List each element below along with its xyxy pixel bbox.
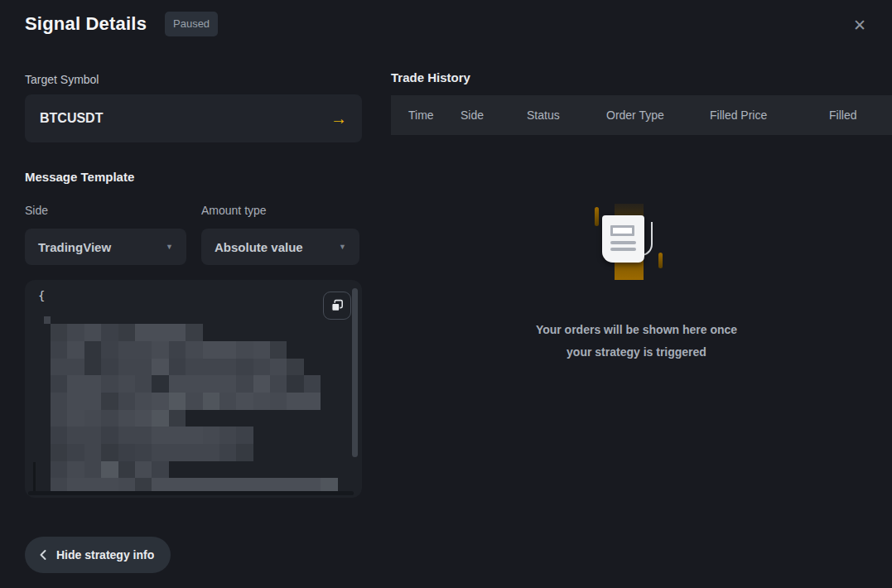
- close-button[interactable]: ✕: [845, 10, 875, 40]
- empty-state-text-line2: your strategy is triggered: [391, 345, 882, 359]
- chevron-down-icon: ▼: [166, 243, 173, 251]
- target-symbol-label: Target Symbol: [25, 73, 99, 86]
- empty-state-text-line1: Your orders will be shown here once: [391, 323, 882, 336]
- code-scrollbar-thumb[interactable]: [352, 288, 358, 457]
- status-badge: Paused: [165, 12, 218, 36]
- close-icon: ✕: [853, 16, 866, 35]
- side-dropdown-value: TradingView: [38, 240, 111, 254]
- code-open-brace: {: [38, 289, 45, 302]
- redacted-row: [51, 461, 169, 479]
- target-symbol-field[interactable]: BTCUSDT →: [25, 94, 362, 142]
- redacted-fragment: [44, 316, 51, 324]
- message-template-code-block: {: [25, 280, 362, 498]
- copy-button[interactable]: [323, 292, 351, 320]
- document-text-line: [610, 248, 636, 251]
- redacted-row: [51, 375, 321, 393]
- document-text-line: [610, 241, 636, 244]
- column-header-order-type: Order Type: [606, 108, 710, 122]
- chevron-left-icon: [38, 549, 48, 561]
- page-title: Signal Details: [25, 13, 147, 35]
- redacted-row: [51, 444, 253, 461]
- redacted-row: [51, 393, 321, 410]
- message-template-heading: Message Template: [25, 170, 134, 184]
- amber-dash-graphic: [658, 253, 663, 268]
- hide-strategy-info-button[interactable]: Hide strategy info: [25, 537, 171, 573]
- copy-icon: [330, 299, 344, 312]
- column-header-filled-price: Filled Price: [710, 108, 829, 122]
- column-header-side: Side: [460, 108, 527, 122]
- hide-strategy-info-label: Hide strategy info: [56, 548, 154, 561]
- horizontal-scroll-track: [28, 491, 354, 495]
- redacted-row: [51, 359, 304, 376]
- redacted-fragment: [33, 462, 36, 494]
- amount-type-dropdown[interactable]: Absolute value ▼: [201, 229, 359, 265]
- side-label: Side: [25, 204, 48, 217]
- redacted-row: [51, 341, 287, 359]
- redacted-row: [51, 324, 203, 341]
- column-header-time: Time: [391, 108, 460, 122]
- column-header-filled: Filled: [829, 108, 892, 122]
- amount-type-dropdown-value: Absolute value: [215, 240, 303, 254]
- redacted-row: [51, 410, 186, 427]
- signal-details-modal: Signal Details Paused ✕ Target Symbol BT…: [0, 0, 892, 588]
- document-header-box: [610, 225, 634, 236]
- trade-history-heading: Trade History: [391, 70, 470, 84]
- side-dropdown[interactable]: TradingView ▼: [25, 229, 186, 265]
- column-header-status: Status: [527, 108, 606, 122]
- trade-history-header-row: TimeSideStatusOrder TypeFilled PriceFill…: [391, 95, 892, 135]
- amount-type-label: Amount type: [201, 204, 267, 217]
- amber-dash-graphic: [595, 207, 599, 226]
- arrow-right-icon[interactable]: →: [330, 109, 347, 128]
- order-document-icon: [602, 215, 644, 263]
- target-symbol-value: BTCUSDT: [40, 111, 103, 126]
- chevron-down-icon: ▼: [339, 243, 346, 251]
- redacted-row: [51, 427, 253, 444]
